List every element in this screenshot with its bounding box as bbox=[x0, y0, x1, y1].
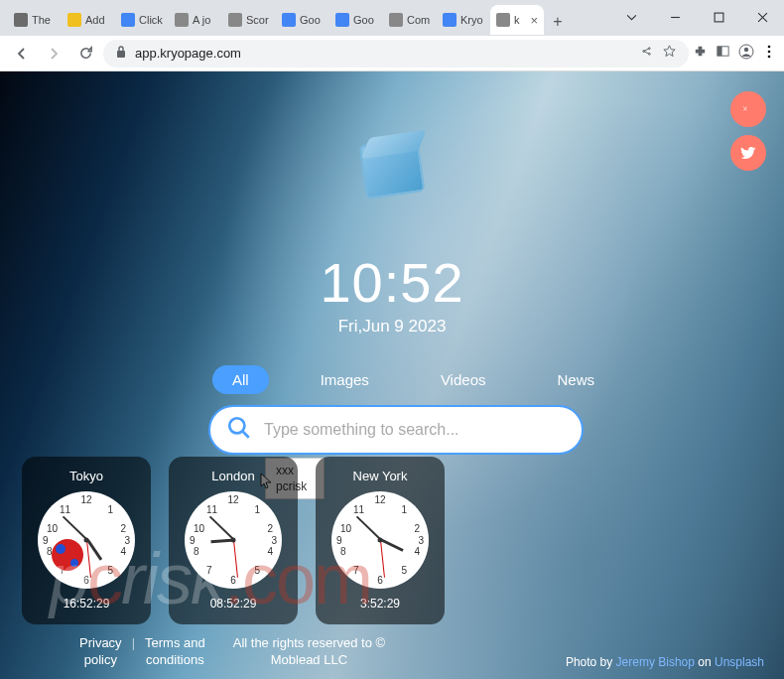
tab-close-icon[interactable]: × bbox=[530, 13, 538, 28]
terms-link[interactable]: Terms andconditions bbox=[145, 635, 205, 669]
svg-rect-3 bbox=[718, 47, 722, 56]
favicon bbox=[121, 13, 135, 27]
footer: Privacypolicy | Terms andconditions All … bbox=[0, 635, 784, 669]
tab-title: The bbox=[32, 14, 51, 26]
address-bar[interactable]: app.kryopage.com bbox=[103, 40, 689, 68]
sidepanel-icon[interactable] bbox=[716, 44, 730, 63]
copyright: All the rights reserved to ©Moblead LLC bbox=[233, 635, 385, 669]
url-text: app.kryopage.com bbox=[135, 46, 241, 61]
svg-point-8 bbox=[768, 55, 771, 58]
svg-point-9 bbox=[229, 418, 244, 433]
search-tab-all[interactable]: All bbox=[212, 365, 269, 394]
search-tab-news[interactable]: News bbox=[537, 365, 614, 394]
browser-tab[interactable]: Goo bbox=[329, 5, 383, 35]
search-input[interactable] bbox=[264, 421, 566, 439]
photo-credit: Photo by Jeremy Bishop on Unsplash bbox=[566, 655, 764, 669]
browser-tab[interactable]: Add bbox=[62, 5, 115, 35]
clock-time: 16:52:29 bbox=[32, 597, 141, 611]
clock-face: 123456789101112 bbox=[331, 491, 429, 589]
lock-icon bbox=[115, 45, 127, 63]
page-content: 10:52 Fri,Jun 9 2023 AllImagesVideosNews… bbox=[0, 71, 784, 679]
clock-time: 08:52:29 bbox=[179, 597, 288, 611]
svg-rect-1 bbox=[117, 51, 125, 58]
favicon bbox=[14, 13, 28, 27]
clock-city: New York bbox=[326, 469, 435, 483]
browser-tab[interactable]: The bbox=[8, 5, 62, 35]
tab-title: A jo bbox=[193, 14, 210, 26]
browser-tab[interactable]: Com bbox=[383, 5, 437, 35]
browser-tab[interactable]: Scor bbox=[222, 5, 276, 35]
main-date: Fri,Jun 9 2023 bbox=[0, 317, 784, 337]
menu-icon[interactable] bbox=[762, 45, 776, 63]
tab-title: Kryo bbox=[460, 14, 483, 26]
tab-title: k bbox=[514, 14, 520, 26]
maximize-button[interactable] bbox=[697, 2, 740, 32]
forward-button[interactable] bbox=[40, 40, 67, 68]
clock-card-london: London 123456789101112 08:52:29 bbox=[169, 457, 298, 624]
browser-tab[interactable]: A jo bbox=[169, 5, 222, 35]
clock-city: Tokyo bbox=[32, 469, 141, 483]
search-icon bbox=[226, 415, 252, 445]
browser-toolbar: app.kryopage.com bbox=[0, 36, 784, 71]
main-clock: 10:52 Fri,Jun 9 2023 bbox=[0, 250, 784, 337]
author-link[interactable]: Jeremy Bishop bbox=[616, 655, 695, 669]
svg-point-6 bbox=[768, 45, 771, 48]
bookmark-icon[interactable] bbox=[662, 44, 677, 63]
favicon bbox=[67, 13, 81, 27]
new-tab-button[interactable]: + bbox=[544, 8, 572, 36]
clock-face: 123456789101112 bbox=[185, 491, 282, 589]
tab-strip: TheAddClickA joScorGooGooComKryok× bbox=[8, 4, 544, 36]
twitter-button[interactable] bbox=[730, 135, 766, 171]
search-tab-images[interactable]: Images bbox=[301, 365, 389, 394]
app-logo bbox=[362, 141, 432, 210]
reload-button[interactable] bbox=[71, 40, 99, 68]
world-clocks: Tokyo 123456789101112 16:52:29 London 12… bbox=[22, 457, 445, 624]
close-button[interactable] bbox=[740, 2, 784, 32]
minimize-button[interactable] bbox=[653, 2, 697, 32]
main-time: 10:52 bbox=[0, 250, 784, 315]
unsplash-link[interactable]: Unsplash bbox=[715, 655, 764, 669]
language-button[interactable] bbox=[730, 91, 766, 127]
favicon bbox=[389, 13, 403, 27]
search-box[interactable] bbox=[208, 405, 584, 455]
favicon bbox=[282, 13, 296, 27]
browser-titlebar: TheAddClickA joScorGooGooComKryok× + bbox=[0, 0, 784, 36]
svg-point-5 bbox=[744, 47, 748, 51]
share-icon[interactable] bbox=[639, 44, 654, 63]
profile-icon[interactable] bbox=[738, 44, 754, 64]
dropdown-icon[interactable] bbox=[609, 2, 653, 32]
search-tab-videos[interactable]: Videos bbox=[421, 365, 506, 394]
tab-title: Click bbox=[139, 14, 163, 26]
browser-tab[interactable]: Click bbox=[115, 5, 169, 35]
tab-title: Goo bbox=[300, 14, 321, 26]
search-tabs: AllImagesVideosNews bbox=[212, 365, 614, 394]
favicon bbox=[443, 13, 457, 27]
favicon bbox=[175, 13, 189, 27]
browser-tab[interactable]: Goo bbox=[276, 5, 329, 35]
tab-title: Goo bbox=[353, 14, 374, 26]
extensions-icon[interactable] bbox=[693, 44, 708, 63]
favicon bbox=[228, 13, 242, 27]
favicon bbox=[335, 13, 349, 27]
browser-tab[interactable]: k× bbox=[490, 5, 544, 35]
tab-title: Com bbox=[407, 14, 430, 26]
svg-point-7 bbox=[768, 50, 771, 53]
browser-tab[interactable]: Kryo bbox=[437, 5, 490, 35]
tab-title: Scor bbox=[246, 14, 269, 26]
clock-card-tokyo: Tokyo 123456789101112 16:52:29 bbox=[22, 457, 151, 624]
back-button[interactable] bbox=[8, 40, 36, 68]
tab-title: Add bbox=[85, 14, 105, 26]
clock-face: 123456789101112 bbox=[38, 491, 135, 589]
svg-rect-0 bbox=[715, 13, 723, 22]
clock-time: 3:52:29 bbox=[326, 597, 435, 611]
favicon bbox=[496, 13, 510, 27]
privacy-link[interactable]: Privacypolicy bbox=[79, 635, 122, 669]
window-controls bbox=[609, 2, 784, 36]
clock-city: London bbox=[179, 469, 288, 483]
clock-card-new-york: New York 123456789101112 3:52:29 bbox=[316, 457, 445, 624]
